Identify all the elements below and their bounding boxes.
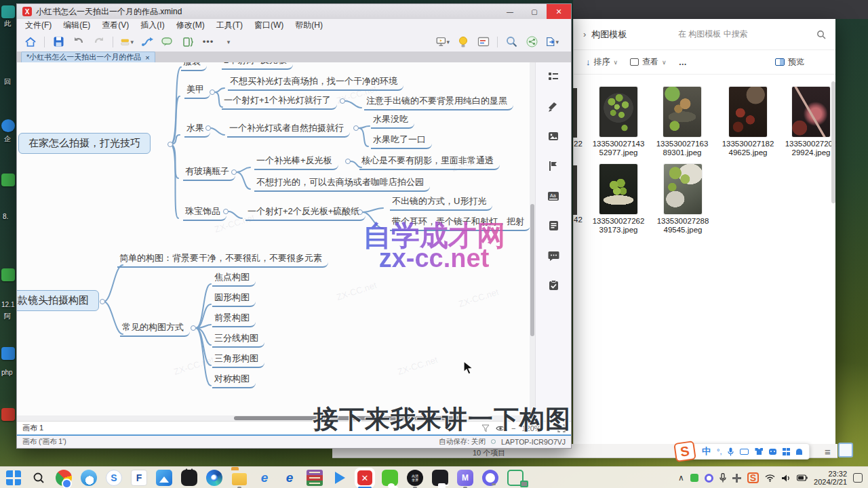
desktop-icon-green-app2[interactable] — [1, 268, 15, 281]
mindmap-central-topic[interactable]: 在家怎么拍摄，打光技巧 — [18, 133, 151, 154]
taskbar-potplayer-icon[interactable] — [332, 470, 348, 486]
mindmap-topic[interactable]: 注意手出镜的不要背景用纯白的显黑 — [364, 95, 513, 110]
mindmap-topic[interactable]: 三角形构图 — [212, 352, 264, 368]
notification-center-icon[interactable] — [853, 473, 863, 483]
speaker-icon[interactable] — [781, 474, 791, 483]
search-icon[interactable] — [816, 30, 826, 39]
taskbar-s-browser-icon[interactable]: S — [106, 470, 122, 486]
breadcrumb-caret[interactable]: › — [583, 29, 586, 39]
mindmap-topic[interactable]: 一个补光棒+反光板 — [254, 155, 338, 170]
tab-close-icon[interactable]: × — [145, 54, 149, 62]
taskbar-clock[interactable]: 23:32 2024/2/21 — [814, 470, 847, 486]
tray-expand-icon[interactable]: ∧ — [678, 473, 684, 483]
preview-button[interactable]: 预览 — [771, 54, 808, 70]
desktop-icon-red-app[interactable] — [1, 408, 15, 421]
format-brush-icon[interactable] — [547, 100, 559, 113]
breadcrumb[interactable]: 构图模板 — [591, 28, 627, 41]
taskbar-qq-browser-icon[interactable] — [81, 470, 97, 486]
tray-green-app-icon[interactable] — [690, 474, 698, 482]
tray-utility-icon[interactable] — [732, 474, 741, 483]
mindmap-canvas[interactable]: ZX-CC.net ZX-CC.net ZX-CC.net ZX-CC.net … — [17, 62, 531, 415]
zoom-search-icon[interactable] — [505, 35, 518, 49]
mindmap-topic[interactable]: 对称构图 — [212, 373, 256, 388]
notes-panel-icon[interactable] — [477, 35, 490, 49]
mindmap-topic[interactable]: 简单的构图：背景要干净，不要很乱，不要很多元素 — [117, 252, 328, 268]
file-item[interactable]: 13353002726239173.jpeg — [586, 164, 651, 235]
taskbar-ring-app-icon[interactable] — [482, 470, 498, 486]
desktop-icon-this-pc[interactable] — [1, 5, 15, 18]
document-tab[interactable]: *小红书怎么一天拍出一个月的作品 × — [21, 52, 155, 62]
mindmap-topic[interactable]: 水果吃了一口 — [371, 134, 432, 149]
tray-ring-app-icon[interactable] — [705, 474, 713, 483]
redo-icon[interactable] — [92, 35, 106, 49]
taskbar-xmind-icon[interactable]: ✕ — [357, 470, 373, 486]
collapse-handle[interactable] — [231, 169, 237, 175]
collapse-handle[interactable] — [191, 325, 196, 331]
collapse-handle[interactable] — [345, 159, 351, 164]
taskbar-cat-app-icon[interactable] — [181, 470, 197, 486]
ime-mic-icon[interactable] — [728, 447, 734, 456]
vertical-scrollbar-thumb[interactable] — [530, 204, 534, 336]
search-input[interactable]: 在 构图模板 中搜索 — [678, 28, 811, 40]
show-desktop-widget[interactable] — [838, 443, 853, 458]
thumbnail-image-pears[interactable] — [664, 164, 702, 214]
taskbar-cast-icon[interactable] — [507, 470, 524, 486]
battery-icon[interactable] — [797, 474, 808, 481]
close-button[interactable]: ✕ — [547, 4, 571, 19]
more-tools-button[interactable]: ••• — [201, 35, 215, 49]
explorer-scrollbar[interactable] — [831, 81, 835, 203]
thumbnail-image-kiwi-bowl[interactable] — [599, 87, 637, 137]
mindmap-topic[interactable]: 常见的构图方式 — [120, 321, 190, 337]
mindmap-topic[interactable]: 一个补光灯或者自然拍摄就行 — [227, 122, 350, 138]
canvas-area[interactable]: ZX-CC.net ZX-CC.net ZX-CC.net ZX-CC.net … — [17, 62, 535, 421]
ime-notification-icon[interactable] — [796, 449, 802, 455]
file-item[interactable]: 13353002716389301.jpeg — [650, 87, 715, 157]
home-icon[interactable] — [24, 35, 37, 49]
thumbnail-image-apples[interactable] — [599, 164, 637, 214]
menu-window[interactable]: 窗口(W) — [254, 20, 283, 31]
vertical-scrollbar[interactable] — [530, 62, 535, 415]
mindmap-topic[interactable]: 水果没吃 — [371, 113, 414, 129]
collapse-handle[interactable] — [357, 209, 363, 215]
hamburger-menu-icon[interactable]: ≡ — [825, 446, 831, 458]
marker-flag-icon[interactable] — [547, 160, 559, 172]
collapse-handle[interactable] — [340, 98, 345, 104]
taskbar-recorder-tool-icon[interactable]: 高清录屏 — [407, 470, 423, 486]
lightbulb-icon[interactable] — [456, 35, 470, 49]
minimize-button[interactable]: — — [498, 4, 522, 19]
mindmap-topic[interactable]: 美甲 — [184, 83, 210, 99]
mindmap-topic[interactable]: 不出镜的方式，U形打光 — [390, 195, 492, 211]
mindmap-topic[interactable]: 2个射灯+反光板 — [222, 62, 293, 70]
start-button[interactable] — [5, 470, 22, 486]
toolbar-dropdown[interactable] — [222, 35, 235, 49]
mindmap-topic[interactable]: 不想买补光灯去商场拍，找一个干净的环境 — [228, 75, 403, 91]
mindmap-topic[interactable]: 焦点构图 — [212, 271, 256, 287]
mindmap-central-topic[interactable]: 款镜头拍摄构图 — [17, 290, 99, 311]
presentation-icon[interactable] — [436, 35, 450, 49]
more-button[interactable]: … — [675, 56, 691, 69]
menu-file[interactable]: 文件(F) — [25, 20, 52, 31]
summary-icon[interactable] — [181, 35, 195, 49]
mindmap-topic[interactable]: 一个射灯+1个补光灯就行了 — [222, 94, 337, 110]
style-icon[interactable] — [120, 35, 134, 49]
notes-icon[interactable] — [547, 220, 559, 232]
mindmap-topic[interactable]: 圆形构图 — [212, 291, 256, 307]
task-checklist-icon[interactable] — [547, 279, 559, 291]
image-panel-icon[interactable] — [547, 130, 559, 142]
ime-punctuation[interactable]: °, — [717, 447, 722, 455]
taskbar-screen-record-icon[interactable] — [432, 470, 448, 486]
menu-help[interactable]: 帮助(H) — [295, 20, 323, 31]
mindmap-topic[interactable]: 珠宝饰品 — [183, 205, 226, 221]
xmind-titlebar[interactable]: X 小红书怎么一天拍出一个月的作品.xmind — ▢ ✕ — [17, 4, 571, 19]
comment-icon[interactable] — [547, 249, 559, 262]
file-item[interactable]: 13353002718249625.jpeg — [715, 87, 781, 157]
taskbar-chrome-icon[interactable] — [56, 470, 72, 486]
collapse-handle[interactable] — [167, 142, 173, 147]
thumbnail-image-pomegranate[interactable] — [729, 87, 767, 137]
ime-skin-icon[interactable] — [755, 448, 763, 455]
relationship-icon[interactable] — [140, 35, 154, 49]
desktop-icon-php[interactable] — [1, 347, 15, 360]
taskbar-edge-icon[interactable] — [206, 470, 222, 486]
taskbar-ie2-icon[interactable]: e — [281, 470, 298, 486]
tray-sogou-icon[interactable]: S — [747, 472, 759, 483]
